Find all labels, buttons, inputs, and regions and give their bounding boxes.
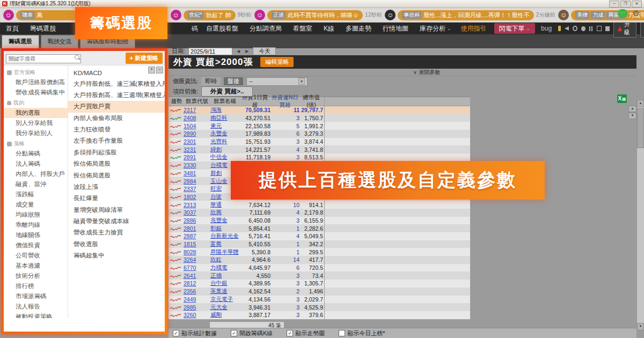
stock-code-link[interactable]: 2891 <box>184 154 196 160</box>
display-option-checkbox[interactable]: 顯示今日上榜* <box>339 329 385 337</box>
stock-name-link[interactable]: 玉山金 <box>210 178 228 184</box>
stock-name-link[interactable]: 永豐金 <box>210 130 228 136</box>
stock-code-link[interactable]: 3264 <box>184 256 196 263</box>
sidebar-item[interactable]: 公司營收 <box>4 251 68 261</box>
strategy-list-item[interactable]: 主力狂收噴發 <box>68 124 165 135</box>
table-row[interactable]: 2313 華通 7,634.12 10 914.1 <box>169 201 470 209</box>
stock-name-link[interactable]: 中信金 <box>210 153 228 160</box>
sidebar-item[interactable]: 市場派籌碼 <box>4 291 68 302</box>
stock-code-link[interactable]: 3481 <box>184 170 196 177</box>
sidebar-item[interactable]: 均線狀態 <box>4 210 68 220</box>
sidebar-item[interactable]: 基本過濾 <box>4 261 68 271</box>
minimize-button[interactable]: ─ <box>609 1 619 8</box>
chat-message[interactable]: ☺ 正達 此時不買等待何時，嘻嘻☺ 12秒前 <box>254 10 382 20</box>
strategy-list-item[interactable]: 營收選股 <box>68 239 165 250</box>
stock-code-link[interactable]: 2330 <box>184 162 196 168</box>
strategy-list-item[interactable]: 量增突破周線清單 <box>68 204 165 216</box>
strategy-list-item[interactable]: 大戶持股創高、連三週增(累積登入用) <box>68 90 165 101</box>
restore-button[interactable]: ❐ <box>620 1 631 8</box>
zoom-in-button[interactable]: + <box>148 67 155 74</box>
stock-name-link[interactable]: 華通 <box>210 201 222 208</box>
sidebar-item[interactable]: 融資、當沖 <box>4 179 68 189</box>
strategy-list-item[interactable]: 投信佈局選股 <box>68 158 165 170</box>
strategy-list-item[interactable]: 多頭排列起漲股 <box>68 147 165 158</box>
qr-code-icon[interactable] <box>597 26 601 31</box>
realtime-toggle[interactable]: 即時 <box>201 77 221 85</box>
headset-icon[interactable] <box>573 26 577 31</box>
stock-code-link[interactable]: 3037 <box>184 209 196 216</box>
stock-code-link[interactable]: 2449 <box>184 296 196 303</box>
stock-code-link[interactable]: 2886 <box>184 217 196 224</box>
sidebar-item[interactable]: 散戶活絡股價創高 <box>4 77 68 87</box>
table-row[interactable]: 1815 富喬 5,410.55 1 342.2 <box>169 240 470 248</box>
new-strategy-button[interactable]: + 新建策略 <box>126 53 163 64</box>
stock-name-link[interactable]: 威剛 <box>210 311 222 318</box>
stock-name-link[interactable]: 緯創 <box>210 146 222 152</box>
display-option-checkbox[interactable]: 顯示統計數據 <box>173 329 217 337</box>
display-option-checkbox[interactable]: 開啟籌碼K線 <box>231 329 273 337</box>
stock-name-link[interactable]: 元大金 <box>210 304 228 310</box>
stock-name-link[interactable]: 光寶科 <box>210 138 228 144</box>
sidebar-item[interactable]: 我分享給別人 <box>4 128 68 138</box>
stock-code-link[interactable]: 1802 <box>184 194 196 200</box>
collapse-down-button[interactable]: ▼ <box>628 113 636 119</box>
next-day-button[interactable]: ▶ <box>244 49 250 54</box>
zoom-out-button[interactable]: − <box>156 67 163 74</box>
stock-name-link[interactable]: 台中銀 <box>210 280 228 286</box>
menu-item[interactable]: 庫存分析 ⌄ <box>415 23 456 34</box>
stock-code-link[interactable]: 2890 <box>184 130 196 137</box>
sidebar-item[interactable]: 排行榜 <box>4 281 68 291</box>
table-row[interactable]: 2886 兆豐金 6,450.08 3 6,155.9 <box>169 217 470 225</box>
workspace-tab[interactable]: 籌碼選股 <box>2 35 39 48</box>
edit-strategy-button[interactable]: 編輯策略 <box>260 57 294 67</box>
table-row[interactable]: 2356 英業達 4,162.54 2 1,496 <box>169 288 470 296</box>
sidebar-item[interactable]: 法人籌碼 <box>4 159 68 169</box>
stock-code-link[interactable]: 3231 <box>184 146 196 153</box>
stock-name-link[interactable]: 群創 <box>210 170 222 176</box>
stock-name-link[interactable]: 南亞科 <box>210 114 228 121</box>
table-row[interactable]: 2885 元大金 3,946.31 3 4,525.9 <box>169 303 470 311</box>
menu-item[interactable]: 首頁 <box>1 23 25 34</box>
sidebar-item[interactable]: 漲跌幅 <box>4 189 68 200</box>
search-input[interactable] <box>6 54 81 63</box>
stock-code-link[interactable]: 3260 <box>184 312 196 318</box>
menu-item[interactable]: 籌碼選股 <box>25 23 62 34</box>
menu-item[interactable]: 分點調查局 <box>245 23 288 34</box>
table-row[interactable]: 2408 南亞科 43,270.51 3 1,750.7 <box>169 114 470 122</box>
stock-name-link[interactable]: 昇陽半導體 <box>210 248 239 255</box>
expand-params-toggle[interactable]: ∨ 展開參數 <box>169 69 636 76</box>
sidebar-item[interactable]: 法人報告 <box>4 302 68 312</box>
stock-code-link[interactable]: 2356 <box>184 288 196 295</box>
phone-icon[interactable] <box>558 26 561 31</box>
table-row[interactable]: 2317 鴻海 70,509.31 11 29,797.7 <box>169 106 470 114</box>
table-row[interactable]: 2890 永豐金 17,989.83 6 3,279.3 <box>169 130 470 138</box>
date-input[interactable]: 2025/9/11 <box>188 48 232 55</box>
stock-code-link[interactable]: 2313 <box>184 202 196 208</box>
table-row[interactable]: 6770 力積電 4,645.97 6 720.5 <box>169 264 470 272</box>
menu-item[interactable]: 閃電下單 ⌄ <box>494 23 536 34</box>
sidebar-item[interactable]: 內部人、持股大戶 <box>4 169 68 179</box>
today-button[interactable]: 今天 <box>253 47 276 55</box>
sidebar-item[interactable]: 營收成長籌碼集中 <box>4 87 68 98</box>
col-name[interactable]: 股票名稱 <box>210 98 239 105</box>
stock-name-link[interactable]: 旺宏 <box>210 185 222 192</box>
stock-name-link[interactable]: 正德 <box>210 272 222 278</box>
item-switch-button[interactable]: 外資 買超>.. <box>201 86 253 97</box>
table-row[interactable]: 1504 東元 22,150.58 5 1,991.2 <box>169 122 470 130</box>
stats-icon[interactable] <box>589 26 594 31</box>
stock-name-link[interactable]: 東元 <box>210 122 222 129</box>
strategy-list-item[interactable]: 大戶買散戶賣 <box>68 101 165 112</box>
sidebar-item[interactable]: 乖離均線 <box>4 220 68 230</box>
vertical-scrollbar[interactable]: ▲ ▼ <box>636 100 644 330</box>
strategy-list-item[interactable]: 融資帶量突破成本線 <box>68 216 165 227</box>
table-row[interactable]: 2641 正德 4,550 3 73.4 <box>169 271 470 280</box>
stock-name-link[interactable]: 力積電 <box>210 264 228 270</box>
stock-name-link[interactable]: 台積電 <box>210 161 228 168</box>
table-row[interactable]: 2301 光寶科 15,751.93 3 3,874.4 <box>169 138 470 146</box>
table-row[interactable]: 3231 緯創 14,221.57 4 3,741.8 <box>169 145 470 153</box>
menu-item[interactable]: 行情地圖 <box>378 23 415 34</box>
sidebar-item[interactable]: 我的選股 <box>4 108 68 118</box>
table-row[interactable]: 2449 京元電子 4,134.56 3 2,029.7 <box>169 296 470 304</box>
stock-name-link[interactable]: 欣興 <box>210 209 222 215</box>
strategy-list-item[interactable]: 波段上漲 <box>68 181 165 193</box>
